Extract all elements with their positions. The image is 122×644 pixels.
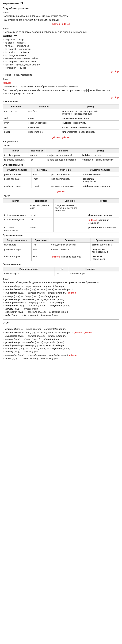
prefix-example: overload - перегрузить: [61, 121, 119, 125]
prefix-col-1: Приставки: [3, 104, 27, 109]
table-row: politics политика -ian род деятельности …: [3, 172, 119, 177]
sn2-col1: Существительное: [3, 238, 32, 242]
gdz-watermark-3f: gdz.top: [89, 219, 97, 221]
gdz-watermark-3b: gdz.top: [111, 96, 119, 98]
step-1-block: 1 шаг Посмотрим на задание и поймем, что…: [3, 11, 119, 26]
prefix-example: underestimate - недооценивать: [61, 130, 119, 134]
list-item: suggestion (сущ.) — suggest (глагол) — s…: [6, 291, 119, 294]
list-item: provision (сущ.) — provide (глагол) — pr…: [6, 341, 119, 344]
suffix-section-label: 2. Суффиксы:: [3, 140, 119, 143]
sn2-meaning: gdz.top значение свойства: [50, 254, 90, 261]
sv2-suffix: -ation: [29, 225, 53, 232]
sa-col3: Наречие: [68, 267, 112, 272]
gdz-watermark-ans-a: gdz.top: [74, 331, 82, 334]
prefix-table: Приставки Значение Пример un-, non-, in-…: [3, 104, 119, 134]
sn-example: neighbourhood соседство: [81, 184, 119, 188]
sn-meaning: абстрактное понятие: [50, 184, 81, 188]
subtitle: Подробное решение: [3, 6, 119, 10]
sn2-cell: care забота: [3, 242, 32, 247]
suffix-noun2-label: Существительное: [3, 234, 119, 236]
list-item: anxiety (сущ.) — anxious (прил.): [6, 350, 119, 353]
sa-cell: quick быстрый: [3, 272, 55, 276]
sa-example: quickly быстро: [68, 272, 112, 276]
answer-list: argument (сущ.) — argue (глагол) — argum…: [6, 328, 119, 360]
list-item: relative / relationships (сущ.) — relate…: [6, 331, 119, 334]
sn-col4: Существительное: [81, 168, 119, 172]
prefix-meaning: недостаточно: [27, 130, 61, 134]
sv2-col1: Глагол: [3, 199, 29, 203]
sv-meaning: на кого обращено действие: [45, 158, 81, 162]
answer-label: Ответ: [3, 321, 119, 324]
sn-col1: Существительное: [3, 168, 32, 172]
step-4-label: 4 шаг: [3, 278, 119, 280]
sn-example: politician политик: [81, 172, 119, 177]
list-item: competition (сущ.) — compete (глагол) — …: [6, 304, 119, 307]
wordlist-item: to provide — снабжать: [6, 51, 119, 54]
sv2-cell: to develop развивать: [3, 213, 29, 218]
step-3-detail: Для словообразования в английском языке …: [3, 89, 119, 94]
sv-col2: Приставка: [29, 148, 45, 153]
sn-cell: neighbour сосед: [3, 184, 32, 188]
sn-meaning: род деятельности: [50, 177, 81, 184]
sn-col3: Значение: [50, 168, 81, 172]
sa-suffix: -ly: [55, 272, 68, 276]
sv2-example: presentation презентация: [87, 225, 119, 232]
table-row: self- само- self-esteem - самооценка: [3, 116, 119, 121]
table-row: to present презентовать -ation presentat…: [3, 225, 119, 232]
step-1-detail: Нам нужно дополнить таблицу верными слов…: [3, 18, 119, 21]
gdz-watermark-4a: gdz.top: [68, 292, 76, 294]
sn-suffix: -hood: [32, 184, 50, 188]
prefix-col-3: Пример: [61, 104, 119, 109]
prefix-cell: self-: [3, 116, 27, 121]
sa-extra: [112, 272, 119, 276]
list-item: anxiety (сущ.) — anxious (прил.): [6, 308, 119, 310]
list-item: relative / relationships (сущ.) — relate…: [6, 288, 119, 290]
sn2-meaning: обладающий качеством: [50, 242, 90, 247]
table-row: progress прогресс -ive признак, качество…: [3, 247, 119, 254]
step-2-label: 2 шаг: [3, 27, 119, 30]
prefix-example: self-esteem - самооценка: [61, 116, 119, 121]
gdz-watermark-3c: gdz.top: [52, 136, 60, 138]
sv2-col4: Пример: [87, 199, 119, 203]
step-1-text: Посмотрим на задание и поймем, что нам н…: [3, 14, 119, 18]
sv2-cell: to present презентовать: [3, 225, 29, 232]
sv2-meaning: [54, 218, 87, 225]
gdz-watermark-1a: gdz.top: [52, 23, 60, 25]
wordlist-title: WORDLIST: [3, 35, 119, 38]
gdz-watermark-1b: gdz.top: [62, 23, 70, 25]
wordlist: argument — опор to argue — спорить to re…: [3, 38, 119, 69]
table-row: to confuse смущать -ion gdz.top confusio…: [3, 218, 119, 225]
suffix-noun2-table: Существительное Приставка Значение Прила…: [3, 238, 119, 261]
list-item: change (сущ.) — change (глагол) — changi…: [6, 338, 119, 340]
suffix-adj-table: Прилагательное -ly Наречие quick быстрый…: [3, 267, 119, 276]
list-item: argument (сущ.) — argue (глагол) — argum…: [6, 328, 119, 330]
sn2-cell: progress прогресс: [3, 247, 32, 254]
table-row: quick быстрый -ly quickly быстро: [3, 272, 119, 276]
prefix-example: noncommercial - некоммерческий indefinit…: [61, 109, 119, 116]
sn2-example: progressiveпрогрессивный: [90, 247, 119, 254]
sn-meaning: род деятельности: [50, 172, 81, 177]
sn2-col4: Прилагательное: [90, 238, 119, 242]
sv-col4: Пример: [81, 148, 119, 153]
list-item: change (сущ.) — change (глагол) — changi…: [6, 295, 119, 298]
prefix-meaning: не-, без-: [27, 109, 61, 116]
table-row: co- совместно coown - владеть совместно: [3, 125, 119, 130]
suffix-noun-table: Существительное Приставка Значение Сущес…: [3, 168, 119, 188]
gdz-watermark-3d: gdz.top: [62, 136, 70, 138]
wordlist-item: to change — менять: [6, 54, 119, 56]
sv2-meaning: [54, 225, 87, 232]
sa-col1: Прилагательное: [3, 267, 55, 272]
step4-answers: argument (сущ.) — argue (глагол) — argum…: [6, 285, 119, 316]
wordlist-item: to suggest — предлагать: [6, 48, 119, 50]
table-row: care забота -ful обладающий качеством ca…: [3, 242, 119, 247]
suffix-verb-label: Глагол: [3, 144, 119, 147]
sn2-meaning: признак, качество: [50, 247, 90, 254]
sv2-suffix: -ment: [29, 213, 53, 218]
sn2-suffix: -ical: [32, 254, 50, 261]
list-item: employment (сущ.) — employ (глагол) — em…: [6, 301, 119, 304]
prefix-cell: under-: [3, 130, 27, 134]
sn-suffix: -man: [32, 177, 50, 184]
sv-col3: Значение: [45, 148, 81, 153]
sv2-col2: Приставка: [29, 199, 53, 203]
wordlist-item: belief — вера, убеждение: [6, 74, 119, 76]
